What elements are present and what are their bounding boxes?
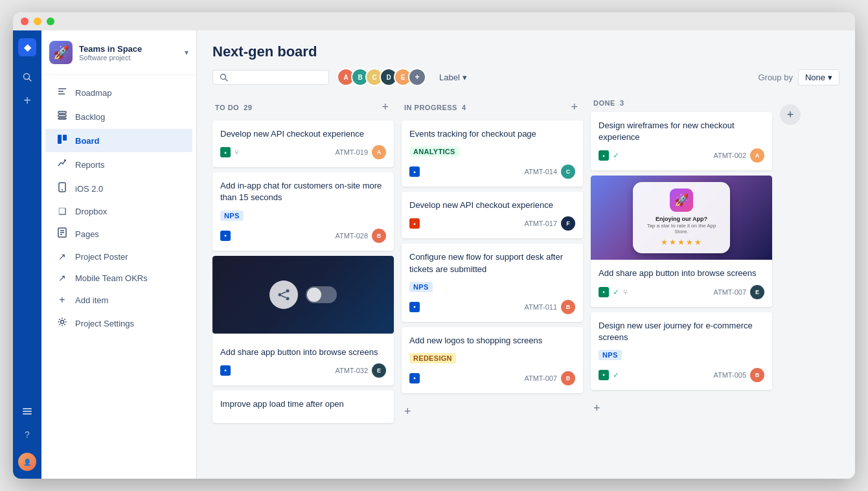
card-avatar-atmt-019: A xyxy=(372,145,386,159)
card-atmt-028[interactable]: Add in-app chat for customers on-site mo… xyxy=(212,172,394,250)
card-atmt-007-ip[interactable]: Add new logos to shopping screens REDESI… xyxy=(402,327,583,393)
project-chevron-icon[interactable]: ▾ xyxy=(185,48,188,57)
groupby-chevron-icon: ▾ xyxy=(828,73,832,82)
card-footer-atmt-017: ▪ ATMT-017 F xyxy=(409,216,575,231)
global-create-icon[interactable]: + xyxy=(17,90,38,111)
card-avatar-atmt-014: C xyxy=(561,165,575,179)
add-card-inprogress[interactable]: + xyxy=(402,401,583,422)
card-title-atmt-019: Develop new API checkout experience xyxy=(220,128,386,140)
sidebar-item-project-poster[interactable]: ↗ Project Poster xyxy=(45,246,192,267)
mobile-team-label: Mobile Team OKRs xyxy=(75,273,182,283)
global-help-icon[interactable]: ? xyxy=(17,424,38,445)
avatar-filter-more[interactable]: + xyxy=(408,68,426,86)
card-id-atmt-007-done: ATMT-007 xyxy=(713,288,746,296)
story-badge-atmt-007-ip: ▪ xyxy=(409,373,420,383)
sidebar-item-mobile-team[interactable]: ↗ Mobile Team OKRs xyxy=(45,268,192,288)
sidebar-item-roadmap[interactable]: Roadmap xyxy=(45,81,192,104)
card-title-atmt-028: Add in-app chat for customers on-site mo… xyxy=(220,180,386,203)
global-search-icon[interactable] xyxy=(17,67,38,87)
card-footer-atmt-028: ▪ ATMT-028 B xyxy=(220,229,386,243)
card-atmt-019[interactable]: Develop new API checkout experience ▪ ⑂ … xyxy=(212,120,394,167)
card-atmt-014[interactable]: Events tracking for checkout page ANALYT… xyxy=(402,120,583,187)
story-badge-atmt-007-done: ▪ xyxy=(599,287,609,297)
story-badge-atmt-002: ▪ xyxy=(599,150,609,161)
traffic-light-red[interactable] xyxy=(21,17,29,25)
app-logo[interactable]: ◆ xyxy=(18,38,36,56)
app-stars: ★★★★★ xyxy=(642,238,721,247)
card-title-atmt-011: Configure new flow for support desk afte… xyxy=(409,251,575,275)
column-todo: TO DO 29 + Develop new API checkout expe… xyxy=(212,94,394,423)
card-avatar-atmt-007-ip: B xyxy=(561,371,575,385)
sidebar-item-backlog[interactable]: Backlog xyxy=(45,105,192,128)
svg-rect-5 xyxy=(58,111,66,113)
column-add-inprogress[interactable]: + xyxy=(568,99,580,115)
card-atmt-017[interactable]: Develop new API checkout experience ▪ AT… xyxy=(402,192,583,238)
sidebar-item-pages[interactable]: Pages xyxy=(45,222,192,246)
card-icons-atmt-017: ▪ xyxy=(409,218,420,229)
add-column-container: + xyxy=(780,94,801,125)
board-header: Next-gen board A B C D E xyxy=(197,30,855,94)
card-meta-atmt-002: ATMT-002 A xyxy=(713,148,764,163)
mobile-team-icon: ↗ xyxy=(56,273,69,283)
dropbox-label: Dropbox xyxy=(75,207,182,216)
traffic-light-yellow[interactable] xyxy=(34,17,41,25)
column-title-todo: TO DO 29 xyxy=(215,104,253,111)
add-column-button[interactable]: + xyxy=(780,104,801,125)
card-avatar-atmt-017: F xyxy=(561,216,575,231)
card-title-atmt-007-ip: Add new logos to shopping screens xyxy=(409,335,575,347)
cards-inprogress: Events tracking for checkout page ANALYT… xyxy=(402,120,583,422)
card-atmt-007-done[interactable]: 🚀 Enjoying our App? Tap a star to rate i… xyxy=(591,176,772,306)
add-card-plus-icon: + xyxy=(404,405,411,418)
column-add-todo[interactable]: + xyxy=(379,99,391,115)
column-header-todo: TO DO 29 + xyxy=(212,94,394,120)
story-badge-atmt-019: ▪ xyxy=(220,147,231,157)
reports-label: Reports xyxy=(75,160,182,170)
card-atmt-032[interactable]: Add share app button into browse screens… xyxy=(212,256,394,385)
card-atmt-005[interactable]: Design new user journey for e-commerce s… xyxy=(591,312,772,390)
check-icon-atmt-007-done: ✓ xyxy=(613,288,619,297)
card-meta-atmt-007-ip: ATMT-007 B xyxy=(524,371,575,385)
cards-todo: Develop new API checkout experience ▪ ⑂ … xyxy=(212,120,394,423)
groupby-select[interactable]: None ▾ xyxy=(798,69,839,86)
label-chevron-icon: ▾ xyxy=(463,73,467,82)
toggle-knob xyxy=(307,288,321,302)
user-avatar-global[interactable]: 👤 xyxy=(18,453,36,471)
toggle-switch xyxy=(306,286,337,303)
sidebar-item-dropbox[interactable]: ❑ Dropbox xyxy=(45,201,192,222)
share-icon-atmt-032 xyxy=(269,280,298,309)
sidebar-item-board[interactable]: Board xyxy=(45,129,192,152)
svg-point-21 xyxy=(286,297,290,300)
sidebar-item-reports[interactable]: Reports xyxy=(45,153,192,176)
project-settings-icon xyxy=(56,317,69,330)
add-item-label: Add item xyxy=(75,295,182,305)
search-box[interactable] xyxy=(212,70,329,85)
card-footer-atmt-019: ▪ ⑂ ATMT-019 A xyxy=(220,145,386,159)
card-content-atmt-007-done: Add share app button into browse screens… xyxy=(591,260,772,306)
traffic-light-green[interactable] xyxy=(47,17,54,25)
card-improve-load[interactable]: Improve app load time after open xyxy=(212,391,394,423)
add-card-done[interactable]: + xyxy=(591,398,772,419)
svg-rect-6 xyxy=(58,115,66,117)
sidebar-item-project-settings[interactable]: Project Settings xyxy=(45,312,192,335)
card-icons-atmt-032: ▪ xyxy=(220,365,231,376)
card-title-atmt-002: Design wireframes for new checkout exper… xyxy=(599,120,764,143)
label-filter-button[interactable]: Label ▾ xyxy=(434,70,472,85)
card-atmt-011[interactable]: Configure new flow for support desk afte… xyxy=(402,244,583,321)
sidebar-item-ios[interactable]: iOS 2.0 xyxy=(45,177,192,200)
board-columns: TO DO 29 + Develop new API checkout expe… xyxy=(197,94,855,479)
check-icon-atmt-002: ✓ xyxy=(613,151,619,160)
card-image-atmt-032 xyxy=(212,256,394,334)
card-app-preview-image: 🚀 Enjoying our App? Tap a star to rate i… xyxy=(591,176,772,260)
app-store-title: Enjoying our App? xyxy=(642,216,721,222)
svg-rect-9 xyxy=(63,135,67,141)
card-footer-atmt-011: ▪ ATMT-011 B xyxy=(409,300,575,314)
global-menu-icon[interactable] xyxy=(17,401,38,422)
svg-line-22 xyxy=(282,291,286,293)
card-atmt-002[interactable]: Design wireframes for new checkout exper… xyxy=(591,112,772,170)
card-meta-atmt-005: ATMT-005 B xyxy=(713,368,764,382)
card-id-atmt-017: ATMT-017 xyxy=(524,220,557,227)
groupby-label: Group by xyxy=(758,73,792,82)
sidebar-item-add-item[interactable]: + Add item xyxy=(45,289,192,311)
main-content: Next-gen board A B C D E xyxy=(197,30,855,479)
story-badge-atmt-028: ▪ xyxy=(220,231,231,241)
